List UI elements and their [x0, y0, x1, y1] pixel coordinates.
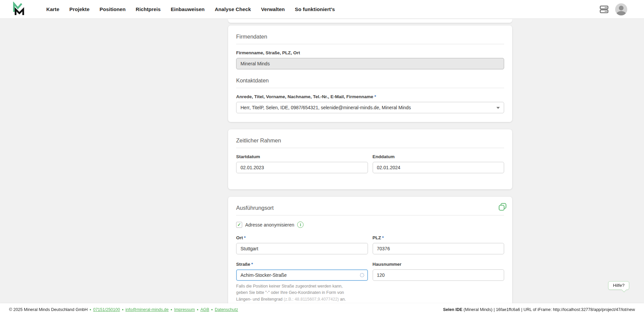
nav-item-verwalten[interactable]: Verwalten — [261, 6, 285, 12]
hausnummer-input[interactable] — [373, 269, 504, 281]
required-asterisk: * — [244, 235, 246, 240]
top-navigation-bar: Karte Projekte Positionen Richtpreis Ein… — [0, 0, 644, 19]
hausnummer-label: Hausnummer — [373, 262, 504, 267]
section-title-firmendaten: Firmendaten — [236, 34, 504, 40]
divider — [236, 215, 504, 215]
anonymize-row: ✓ Adresse anonymisieren i — [236, 222, 504, 228]
startdatum-input[interactable] — [236, 162, 368, 173]
strasse-label: Straße* — [236, 262, 368, 267]
info-icon[interactable]: i — [297, 222, 304, 228]
footer-link-phone[interactable]: 07151/250100 — [93, 307, 120, 312]
section-title-zeitlicher-rahmen: Zeitlicher Rahmen — [236, 137, 504, 144]
helper-text-end: an. — [339, 297, 346, 302]
plz-label: PLZ* — [373, 235, 504, 240]
plz-input[interactable] — [373, 243, 504, 254]
divider — [236, 148, 504, 148]
contact-label-text: Anrede, Titel, Vorname, Nachname, Tel.-N… — [236, 94, 373, 99]
footer-link-agb[interactable]: AGB — [200, 307, 209, 312]
company-label: Firmenname, Straße, PLZ, Ort — [236, 50, 504, 55]
loading-spinner-icon — [360, 273, 364, 277]
footer: © 2025 Mineral Minds Deutschland GmbH • … — [0, 303, 644, 316]
topbar-right-actions — [600, 3, 627, 15]
help-button[interactable]: Hilfe? — [608, 281, 629, 290]
field-plz: PLZ* — [373, 235, 504, 262]
ort-input[interactable] — [236, 243, 368, 254]
footer-separator: • — [90, 307, 91, 312]
card-ausfuehrungsort: Ausführungsort ✓ Adresse anonymisieren i… — [228, 197, 512, 316]
startdatum-label: Startdatum — [236, 154, 368, 159]
ort-label: Ort* — [236, 235, 368, 240]
footer-separator: • — [211, 307, 213, 312]
nav-item-einbauweisen[interactable]: Einbauweisen — [171, 6, 205, 12]
card-timeframe: Zeitlicher Rahmen Startdatum Enddatum — [228, 129, 512, 189]
contact-select[interactable]: Herr, TitelP, Selen, IDE, 0987/654321, s… — [236, 102, 504, 113]
nav-item-analyse-check[interactable]: Analyse Check — [215, 6, 251, 12]
strasse-helper-text: Falls die Position keiner Straße zugeord… — [236, 283, 347, 303]
card-partial-top — [228, 19, 512, 23]
form-content-column: Firmendaten Firmenname, Straße, PLZ, Ort… — [228, 19, 512, 316]
footer-link-datenschutz[interactable]: Datenschutz — [215, 307, 238, 312]
footer-copyright: © 2025 Mineral Minds Deutschland GmbH — [9, 307, 88, 312]
footer-separator: • — [197, 307, 198, 312]
card-company-contact: Firmendaten Firmenname, Straße, PLZ, Ort… — [228, 25, 512, 122]
nav-item-karte[interactable]: Karte — [46, 6, 59, 12]
footer-left: © 2025 Mineral Minds Deutschland GmbH • … — [9, 307, 238, 312]
footer-ide-details: (Mineral Minds) | 16fae1ffc6a6 | URL of … — [463, 307, 635, 312]
field-startdatum: Startdatum — [236, 154, 368, 173]
divider — [236, 88, 504, 88]
footer-separator: • — [171, 307, 172, 312]
chevron-down-icon — [496, 107, 500, 109]
copy-icon[interactable] — [498, 202, 507, 213]
enddatum-label: Enddatum — [373, 154, 504, 159]
footer-link-email[interactable]: info@mineral-minds.de — [125, 307, 169, 312]
nav-item-so-funktionierts[interactable]: So funktioniert's — [295, 6, 335, 12]
field-company: Firmenname, Straße, PLZ, Ort — [236, 50, 504, 69]
main-nav: Karte Projekte Positionen Richtpreis Ein… — [46, 6, 335, 12]
footer-separator: • — [122, 307, 123, 312]
company-input — [236, 58, 504, 69]
plz-label-text: PLZ — [373, 235, 381, 240]
nav-item-positionen[interactable]: Positionen — [100, 6, 126, 12]
nav-item-richtpreis[interactable]: Richtpreis — [136, 6, 161, 12]
user-avatar[interactable] — [615, 3, 627, 15]
anonymize-label[interactable]: Adresse anonymisieren — [245, 222, 294, 228]
nav-item-projekte[interactable]: Projekte — [69, 6, 90, 12]
server-stack-icon[interactable] — [600, 5, 608, 13]
field-contact: Anrede, Titel, Vorname, Nachname, Tel.-N… — [236, 94, 504, 113]
strasse-input[interactable] — [236, 269, 368, 281]
section-title-kontaktdaten: Kontaktdaten — [236, 77, 504, 84]
footer-status: Selen IDE (Mineral Minds) | 16fae1ffc6a6… — [443, 307, 635, 312]
field-strasse: Straße* Falls die Position keiner Straße… — [236, 262, 368, 307]
field-ort: Ort* — [236, 235, 368, 254]
required-asterisk: * — [251, 262, 253, 267]
footer-link-impressum[interactable]: Impressum — [174, 307, 195, 312]
mineral-minds-logo-icon[interactable] — [12, 2, 24, 17]
enddatum-input[interactable] — [373, 162, 504, 173]
anonymize-checkbox[interactable]: ✓ — [236, 222, 242, 228]
contact-label: Anrede, Titel, Vorname, Nachname, Tel.-N… — [236, 94, 504, 99]
required-asterisk: * — [382, 235, 384, 240]
avatar-shoulders-icon — [616, 11, 626, 15]
divider — [236, 44, 504, 44]
strasse-label-text: Straße — [236, 262, 250, 267]
avatar-head-icon — [619, 6, 624, 10]
ort-label-text: Ort — [236, 235, 243, 240]
footer-ide-name: Selen IDE — [443, 307, 463, 312]
contact-select-value: Herr, TitelP, Selen, IDE, 0987/654321, s… — [240, 105, 411, 110]
info-icon-glyph: i — [300, 223, 301, 227]
helper-text-coords-example: (z.B.: 48.8115607,9.4077422) — [284, 297, 339, 302]
check-icon: ✓ — [237, 223, 241, 227]
field-enddatum: Enddatum — [373, 154, 504, 181]
required-asterisk: * — [374, 94, 376, 99]
section-title-ausfuehrungsort: Ausführungsort — [236, 205, 504, 211]
